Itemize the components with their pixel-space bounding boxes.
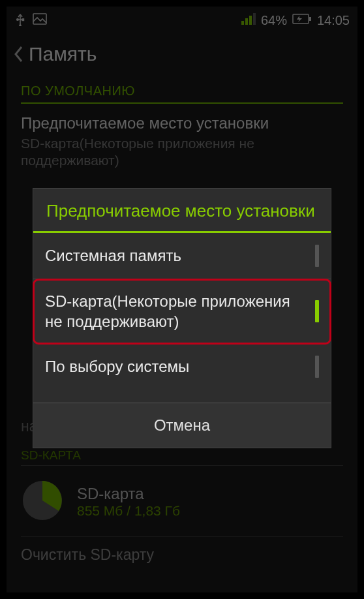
option-label: SD-карта(Некоторые приложения не поддерж… <box>45 291 306 331</box>
option-system-choice[interactable]: По выбору системы <box>33 344 331 390</box>
option-label: По выбору системы <box>45 356 189 376</box>
radio-icon <box>315 245 319 267</box>
option-sd-card[interactable]: SD-карта(Некоторые приложения не поддерж… <box>33 279 331 344</box>
radio-icon <box>315 300 319 322</box>
radio-icon <box>315 356 319 378</box>
option-system-memory[interactable]: Системная память <box>33 233 331 279</box>
install-location-dialog: Предпочитаемое место установки Системная… <box>33 188 331 448</box>
option-label: Системная память <box>45 245 181 266</box>
cancel-button[interactable]: Отмена <box>33 403 331 448</box>
dialog-title: Предпочитаемое место установки <box>33 189 331 233</box>
